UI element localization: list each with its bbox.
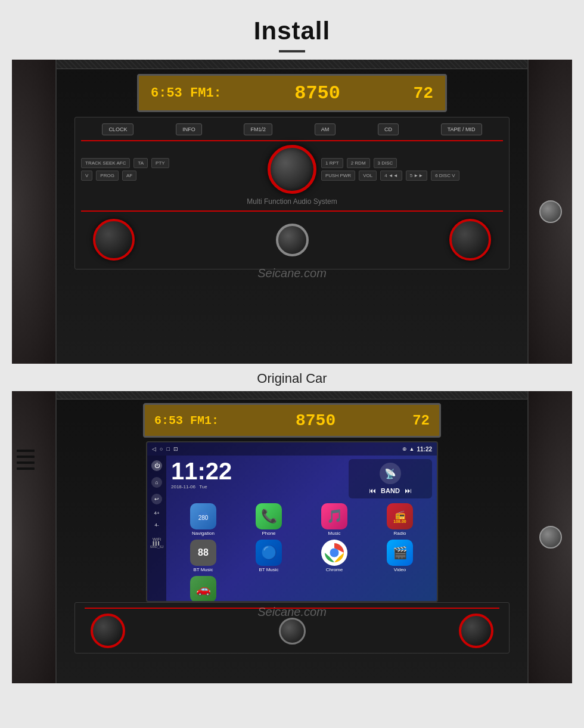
band-label[interactable]: BAND bbox=[381, 487, 400, 494]
main-knob[interactable] bbox=[268, 145, 316, 194]
center-bottom-knob[interactable] bbox=[276, 224, 309, 256]
bluetooth-label: BT Music bbox=[259, 567, 278, 572]
android-status-bar: ◁ ○ □ ⊡ ⊕ ▲ 11:22 bbox=[147, 442, 437, 456]
app-grid: 280 Navigation 📞 Phone bbox=[171, 502, 432, 602]
new-display-left: 6:53 FM1: bbox=[154, 414, 219, 427]
android-content: 11:22 2018-11-06 Tue 📡 bbox=[166, 456, 437, 601]
app-radio[interactable]: 📻 108.00 Radio bbox=[369, 503, 431, 536]
display-extra-text: 72 bbox=[413, 84, 433, 103]
left-bottom-knob[interactable] bbox=[93, 219, 135, 261]
original-car-image: 6:53 FM1: 8750 72 CLOCK INFO FM1/2 AM CD… bbox=[12, 60, 572, 364]
phone-icon: 📞 bbox=[256, 503, 282, 529]
disc6-btn[interactable]: 6 DISC V bbox=[431, 171, 459, 181]
ta-btn[interactable]: TA bbox=[133, 158, 148, 168]
center-console: 6:53 FM1: 8750 72 CLOCK INFO FM1/2 AM CD… bbox=[57, 60, 527, 364]
wifi-icon: ▲ bbox=[409, 446, 415, 452]
app-chrome[interactable]: Chrome bbox=[303, 540, 365, 572]
camera-icon[interactable]: ⊡ bbox=[173, 446, 178, 452]
home-sidebar-icon[interactable]: ⌂ bbox=[151, 477, 162, 488]
back-sidebar-icon[interactable]: ↩ bbox=[151, 494, 162, 504]
display-screen: 6:53 FM1: 8750 72 bbox=[137, 74, 447, 112]
button-row-1: CLOCK INFO FM1/2 AM CD TAPE / MID bbox=[81, 123, 503, 135]
new-left-panel bbox=[12, 391, 57, 683]
track-btn[interactable]: TRACK SEEK AFC bbox=[81, 158, 130, 168]
original-car-caption: Original Car bbox=[257, 364, 327, 391]
car-interior-original: 6:53 FM1: 8750 72 CLOCK INFO FM1/2 AM CD… bbox=[12, 60, 572, 364]
page-title: Install bbox=[0, 17, 584, 45]
right-buttons: 1 RPT 2 RDM 3 DISC PUSH PWR VOL 4 ◄◄ 5 ►… bbox=[321, 158, 503, 181]
new-car-container: 6:53 FM1: 8750 72 ◁ ○ □ ⊡ bbox=[12, 391, 572, 683]
android-screen: ◁ ○ □ ⊡ ⊕ ▲ 11:22 bbox=[146, 441, 438, 602]
recents-icon[interactable]: □ bbox=[166, 446, 169, 452]
new-center-knob[interactable] bbox=[279, 618, 306, 645]
new-display-right: 8750 bbox=[296, 411, 336, 430]
new-right-knob[interactable] bbox=[459, 614, 493, 648]
new-side-knob bbox=[539, 526, 562, 549]
app-phone[interactable]: 📞 Phone bbox=[238, 503, 300, 536]
radio-label: Radio bbox=[394, 531, 406, 536]
app-btmusic-widget[interactable]: 88 BT Music bbox=[172, 540, 234, 572]
left-panel bbox=[12, 60, 57, 364]
side-knob bbox=[539, 200, 562, 223]
prev-track-icon[interactable]: ⏮ bbox=[369, 487, 376, 495]
right-bottom-knob[interactable] bbox=[449, 219, 491, 261]
back-icon[interactable]: ◁ bbox=[152, 446, 156, 452]
wifi-widget: WiFi ▌▌▌ SRD_SJ bbox=[150, 537, 163, 549]
top-row: 11:22 2018-11-06 Tue 📡 bbox=[171, 459, 432, 498]
clock-btn[interactable]: CLOCK bbox=[102, 123, 133, 135]
clock-widget: 11:22 2018-11-06 Tue bbox=[171, 459, 232, 490]
btn-row-r2: PUSH PWR VOL 4 ◄◄ 5 ►► 6 DISC V bbox=[321, 171, 503, 181]
carbon-top bbox=[57, 60, 527, 69]
rdm-btn[interactable]: 2 RDM bbox=[347, 158, 370, 168]
app-bluetooth[interactable]: 🔵 BT Music bbox=[238, 540, 300, 572]
info-btn[interactable]: INFO bbox=[176, 123, 202, 135]
new-right-panel bbox=[527, 391, 572, 683]
app-music[interactable]: 🎵 Music bbox=[303, 503, 365, 536]
new-bottom-knobs bbox=[85, 612, 499, 649]
android-clock: 11:22 bbox=[171, 459, 232, 483]
new-carbon-top bbox=[57, 391, 527, 399]
power-sidebar-icon[interactable]: ⏻ bbox=[151, 460, 162, 471]
pwr-btn[interactable]: PUSH PWR bbox=[321, 171, 355, 181]
radio-icon: 📻 108.00 bbox=[387, 503, 413, 529]
next-track-icon[interactable]: ⏭ bbox=[405, 487, 412, 495]
fm-btn[interactable]: FM1/2 bbox=[244, 123, 272, 135]
prog-btn[interactable]: PROG bbox=[96, 171, 119, 181]
fwd-btn[interactable]: 5 ►► bbox=[406, 171, 428, 181]
rpt-btn[interactable]: 1 RPT bbox=[321, 158, 343, 168]
btn-row-3: V PROG AF bbox=[81, 171, 263, 181]
rwd-btn[interactable]: 4 ◄◄ bbox=[380, 171, 402, 181]
af-btn[interactable]: AF bbox=[122, 171, 136, 181]
page-header: Install bbox=[0, 0, 584, 60]
location-icon: ⊕ bbox=[402, 446, 407, 452]
vol-up-icon[interactable]: 4+ bbox=[154, 510, 159, 516]
am-btn[interactable]: AM bbox=[315, 123, 336, 135]
middle-row: TRACK SEEK AFC TA PTY V PROG AF bbox=[81, 145, 503, 194]
music-label: Music bbox=[328, 531, 341, 536]
v-btn[interactable]: V bbox=[81, 171, 92, 181]
home-icon[interactable]: ○ bbox=[160, 446, 163, 452]
btmusic-widget-icon: 88 bbox=[190, 540, 216, 566]
cd-btn[interactable]: CD bbox=[378, 123, 399, 135]
disc-btn[interactable]: 3 DISC bbox=[374, 158, 397, 168]
app-carsetting[interactable]: 🚗 CarSetting bbox=[172, 576, 234, 602]
app-video[interactable]: 🎬 Video bbox=[369, 540, 431, 572]
vol-btn[interactable]: VOL bbox=[359, 171, 377, 181]
btmusic-widget-label: BT Music bbox=[193, 567, 213, 572]
android-main-area: ⏻ ⌂ ↩ 4+ 4- WiFi ▌▌▌ SRD_SJ bbox=[147, 456, 437, 601]
music-icon: 🎵 bbox=[321, 503, 347, 529]
new-display-extra: 72 bbox=[412, 413, 430, 429]
music-controls-row: ⏮ BAND ⏭ bbox=[369, 487, 412, 495]
pty-btn[interactable]: PTY bbox=[151, 158, 169, 168]
vol-down-icon[interactable]: 4- bbox=[154, 522, 159, 528]
tape-btn[interactable]: TAPE / MID bbox=[441, 123, 482, 135]
display-right-text: 8750 bbox=[294, 82, 340, 104]
video-icon: 🎬 bbox=[387, 540, 413, 566]
center-bottom bbox=[276, 224, 309, 256]
new-left-knob[interactable] bbox=[91, 614, 125, 648]
android-nav-icons: ◁ ○ □ ⊡ bbox=[152, 446, 178, 452]
new-car-image: 6:53 FM1: 8750 72 ◁ ○ □ ⊡ bbox=[12, 391, 572, 683]
app-navigation[interactable]: 280 Navigation bbox=[172, 503, 234, 536]
new-display-screen: 6:53 FM1: 8750 72 bbox=[143, 403, 441, 438]
music-broadcast-icon: 📡 bbox=[380, 463, 401, 484]
